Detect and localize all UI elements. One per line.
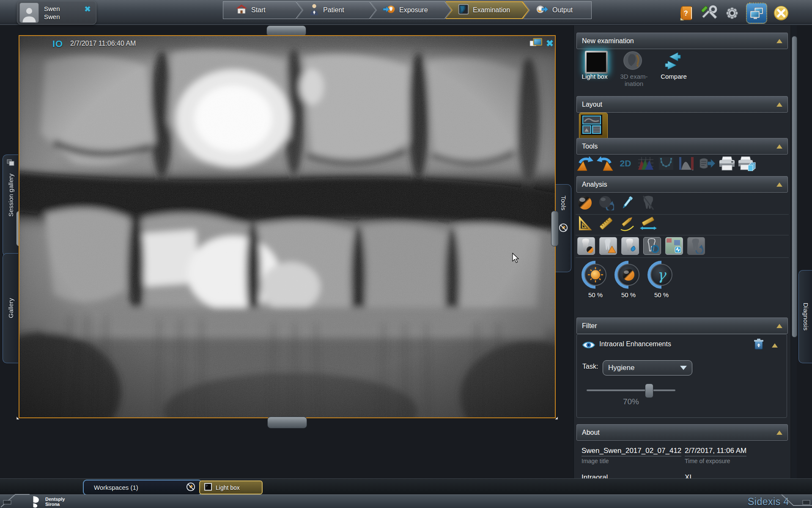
support-tools-icon[interactable]: [700, 4, 718, 22]
patient-avatar-icon: [19, 3, 39, 23]
collapse-icon[interactable]: [776, 143, 782, 150]
collapse-icon[interactable]: [776, 101, 782, 108]
pipette-densitometer-icon[interactable]: [618, 194, 636, 211]
lightbox-tab-icon: [204, 483, 212, 492]
status-bar: [0, 494, 812, 508]
filter-intensity-slider[interactable]: [587, 389, 675, 391]
right-splitter-grip[interactable]: [551, 211, 559, 246]
resize-corner-icon[interactable]: [552, 414, 558, 422]
section-title: New examination: [582, 37, 634, 45]
contrast-value: 50 %: [614, 291, 642, 298]
help-book-icon[interactable]: ?: [678, 4, 695, 22]
nav-examination[interactable]: Examination: [445, 1, 529, 19]
section-tools[interactable]: Tools: [576, 138, 788, 155]
nav-start[interactable]: Start: [223, 1, 302, 19]
collapse-icon[interactable]: [776, 429, 782, 436]
statusbar-left-notch: [0, 493, 30, 508]
sidebar-tab-gallery[interactable]: Gallery: [3, 253, 18, 363]
filter-smooth-icon[interactable]: [621, 237, 639, 255]
collapse-icon[interactable]: [772, 342, 778, 349]
delete-filter-icon[interactable]: [754, 339, 763, 352]
rotate-right-icon[interactable]: [596, 155, 614, 172]
unpin-icon[interactable]: [559, 223, 568, 234]
nav-patient[interactable]: Patient: [296, 1, 376, 19]
ruler-icon[interactable]: [597, 215, 615, 232]
histogram-icon: [677, 155, 696, 172]
analysis-row-3: [577, 237, 705, 255]
xray-image[interactable]: [19, 36, 555, 417]
section-analysis[interactable]: Analysis: [576, 176, 788, 193]
viewer-bottom-grip[interactable]: [267, 417, 307, 428]
collapse-icon[interactable]: [776, 181, 782, 188]
filter-colorize-icon[interactable]: [665, 237, 683, 255]
section-new-examination[interactable]: New examination: [576, 33, 788, 49]
nav-start-label: Start: [251, 6, 266, 14]
print-multiple-icon[interactable]: [738, 155, 757, 172]
workspaces-label: Workspaces (1): [94, 484, 138, 491]
patient-last-name: Swen: [44, 13, 60, 21]
examination-icon: [458, 4, 469, 17]
analysis-row-1: [576, 194, 658, 211]
unpin-icon[interactable]: [186, 482, 195, 493]
section-title: Layout: [582, 101, 602, 108]
lightbox-label[interactable]: Light box: [575, 73, 614, 80]
exposure-time-value: 2/7/2017, 11:06 AM: [685, 447, 746, 456]
filter-intensity-value: 70%: [618, 397, 644, 406]
sidebar-tab-diagnosis[interactable]: Diagnosis: [798, 270, 812, 363]
3d-examination-icon: [622, 50, 643, 73]
collapse-icon[interactable]: [776, 37, 782, 45]
lightbox-workspace-tab[interactable]: Light box: [199, 480, 263, 494]
angle-measure-icon[interactable]: [576, 215, 594, 232]
filter-sharpen-icon[interactable]: [599, 237, 617, 255]
brightness-dial[interactable]: [582, 261, 609, 289]
workspaces-tab[interactable]: Workspaces (1): [83, 480, 202, 495]
section-filter[interactable]: Filter: [576, 318, 788, 334]
chevron-down-icon: [680, 364, 687, 372]
rgb-histogram-icon: [636, 155, 655, 172]
contrast-dial[interactable]: [614, 261, 642, 289]
collapse-icon[interactable]: [776, 322, 782, 330]
curve-draw-icon[interactable]: [618, 215, 636, 232]
close-patient-icon[interactable]: [83, 5, 92, 13]
patient-first-name: Swen: [44, 5, 60, 13]
brightness-value: 50 %: [582, 291, 609, 298]
visibility-eye-icon[interactable]: [582, 340, 595, 351]
settings-gear-icon[interactable]: [723, 4, 741, 22]
filter-invert-icon[interactable]: [643, 237, 661, 255]
rotate-left-icon[interactable]: [576, 155, 594, 172]
compare-label[interactable]: Compare: [655, 73, 692, 80]
statusbar-right-bevel: [781, 491, 812, 508]
gallery-label: Gallery: [7, 298, 14, 318]
print-icon[interactable]: [718, 155, 736, 172]
section-title: Analysis: [582, 181, 607, 188]
nav-examination-label: Examination: [473, 6, 510, 14]
brand-logo: Dentsply Sirona: [31, 496, 65, 508]
monitors-icon[interactable]: [746, 3, 767, 24]
section-layout[interactable]: Layout: [576, 96, 788, 113]
nav-output[interactable]: Output: [523, 1, 592, 19]
resize-corner-icon[interactable]: [16, 414, 22, 422]
brand-line1: Dentsply: [45, 497, 65, 502]
reset-contrast-icon: [597, 194, 615, 211]
xray-viewport[interactable]: IO 2/7/2017 11:06:40 AM: [19, 35, 556, 418]
fullscreen-window-icon[interactable]: [529, 38, 543, 50]
io-sensor-logo: IO: [52, 39, 63, 50]
expand-image-icon[interactable]: [545, 38, 555, 50]
patient-card[interactable]: Swen Swen: [17, 1, 96, 25]
slider-handle[interactable]: [645, 384, 653, 398]
close-app-icon[interactable]: [772, 4, 790, 22]
compare-icon[interactable]: [662, 50, 684, 74]
length-measure-icon[interactable]: [639, 215, 658, 232]
panel-scrollbar-thumb[interactable]: [792, 36, 797, 337]
lightbox-tab-label: Light box: [216, 484, 240, 491]
nav-exposure[interactable]: Exposure: [370, 1, 451, 19]
layout-preset-button[interactable]: [579, 113, 608, 141]
person-icon: [309, 3, 319, 17]
gamma-dial[interactable]: γ: [647, 261, 675, 289]
session-gallery-label: Session gallery: [7, 174, 14, 217]
lightbox-icon[interactable]: [585, 51, 608, 74]
contrast-sphere-icon[interactable]: [576, 194, 594, 211]
task-dropdown[interactable]: Hygiene: [603, 360, 692, 375]
filter-contrast-icon[interactable]: [577, 237, 595, 255]
section-about[interactable]: About: [576, 424, 788, 441]
